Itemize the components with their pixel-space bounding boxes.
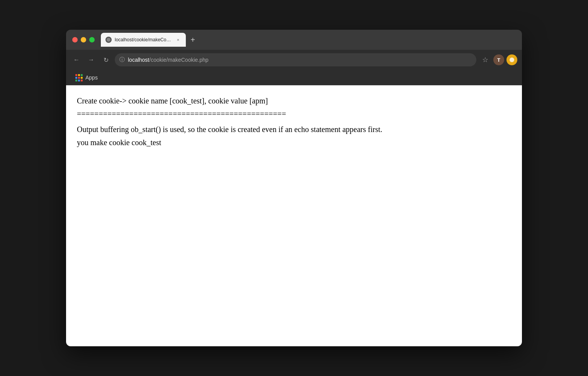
address-bar: ← → ↻ ⓘ localhost/cookie/makeCookie.php …: [66, 50, 522, 70]
reload-button[interactable]: ↻: [100, 54, 112, 66]
page-line-2: Output buffering ob_start() is used, so …: [77, 123, 511, 135]
security-icon: ⓘ: [119, 56, 125, 63]
apps-label: Apps: [85, 75, 98, 81]
profile-avatar-yellow[interactable]: [506, 54, 517, 65]
forward-button[interactable]: →: [85, 54, 97, 66]
page-content: Create cookie-> cookie name [cook_test],…: [66, 85, 522, 346]
url-path: /cookie/makeCookie.php: [149, 57, 208, 63]
page-line-1: Create cookie-> cookie name [cook_test],…: [77, 95, 511, 107]
title-bar: localhost/cookie/makeCookie.ph × +: [66, 30, 522, 50]
browser-window: localhost/cookie/makeCookie.ph × + ← → ↻…: [66, 30, 522, 346]
bookmark-star-button[interactable]: ☆: [479, 54, 491, 66]
profile-avatar-t[interactable]: T: [493, 54, 504, 65]
url-host: localhost: [128, 57, 149, 63]
url-text: localhost/cookie/makeCookie.php: [128, 57, 472, 63]
back-button[interactable]: ←: [71, 54, 82, 66]
tab-favicon: [105, 37, 112, 43]
tab-title: localhost/cookie/makeCookie.ph: [115, 37, 172, 42]
toolbar-right: ☆ T: [479, 54, 517, 66]
svg-point-0: [510, 58, 514, 62]
url-bar[interactable]: ⓘ localhost/cookie/makeCookie.php: [115, 53, 476, 66]
page-separator: ========================================…: [77, 108, 511, 120]
apps-grid-icon: [75, 74, 82, 81]
bookmarks-bar: Apps: [66, 70, 522, 85]
maximize-button[interactable]: [89, 37, 95, 42]
new-tab-button[interactable]: +: [187, 34, 198, 45]
apps-bookmark[interactable]: Apps: [72, 73, 101, 83]
tab-close-button[interactable]: ×: [175, 37, 181, 43]
active-tab[interactable]: localhost/cookie/makeCookie.ph ×: [101, 33, 186, 47]
minimize-button[interactable]: [81, 37, 86, 42]
tab-bar: localhost/cookie/makeCookie.ph × +: [101, 33, 516, 47]
traffic-lights: [72, 37, 95, 42]
close-button[interactable]: [72, 37, 78, 42]
page-line-3: you make cookie cook_test: [77, 136, 511, 149]
